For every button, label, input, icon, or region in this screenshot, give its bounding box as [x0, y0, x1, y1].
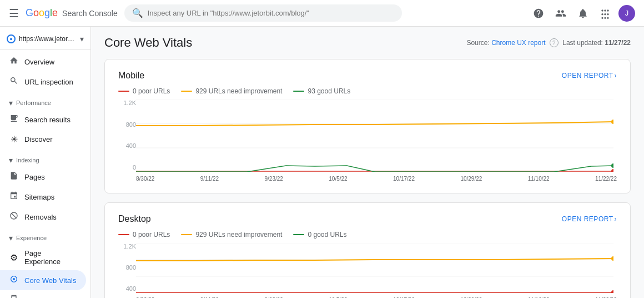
mobile-card: Mobile OPEN REPORT › 0 poor URLs 929 URL… [104, 59, 631, 193]
mobile-improvement-line [181, 91, 192, 92]
performance-section-label: Performance [16, 100, 51, 106]
search-input[interactable] [148, 9, 394, 17]
topbar: ☰ Google Search Console 🔍 J [0, 0, 644, 27]
page-title: Core Web Vitals [104, 36, 192, 50]
discover-icon: ✳ [9, 134, 19, 145]
mobile-open-report-button[interactable]: OPEN REPORT › [562, 72, 617, 80]
sidebar-section-experience[interactable]: ▾ Experience [0, 227, 90, 245]
removals-icon [9, 211, 19, 222]
desktop-legend-needs-improvement: 929 URLs need improvement [181, 231, 282, 239]
mobile-usability-icon [9, 295, 19, 298]
sidebar-item-sitemaps[interactable]: Sitemaps [0, 187, 86, 207]
desktop-legend: 0 poor URLs 929 URLs need improvement 0 … [118, 231, 617, 239]
indexing-chevron: ▾ [9, 156, 13, 165]
mobile-chart-wrapper: 1.2K 800 400 0 [118, 100, 617, 182]
mobile-chart-svg [136, 100, 613, 172]
desktop-legend-poor: 0 poor URLs [118, 231, 170, 239]
sidebar-pages-label: Pages [24, 173, 45, 181]
sidebar-page-experience-label: Page Experience [24, 249, 77, 266]
mobile-card-header: Mobile OPEN REPORT › [118, 71, 617, 81]
main-layout: ● https://www.jetorbit... ▾ Overview URL… [0, 27, 644, 298]
desktop-good-line [293, 234, 304, 235]
mobile-legend-poor: 0 poor URLs [118, 87, 170, 95]
sidebar-item-search-results[interactable]: Search results [0, 110, 86, 130]
menu-icon[interactable]: ☰ [9, 7, 19, 20]
desktop-y-labels: 1.2K 800 400 [118, 243, 136, 298]
sidebar-item-overview[interactable]: Overview [0, 52, 86, 72]
content-area: Core Web Vitals Source: Chrome UX report… [91, 27, 644, 298]
performance-chevron: ▾ [9, 98, 13, 107]
page-meta: Source: Chrome UX report ? Last updated:… [466, 38, 631, 47]
sidebar: ● https://www.jetorbit... ▾ Overview URL… [0, 27, 91, 298]
mobile-good-line [293, 91, 304, 92]
site-selector-chevron: ▾ [80, 34, 84, 43]
indexing-section-label: Indexing [16, 157, 39, 163]
search-results-icon [9, 114, 19, 125]
notifications-icon[interactable] [574, 4, 592, 22]
core-web-vitals-icon [9, 275, 19, 286]
help-icon[interactable] [530, 4, 547, 22]
sidebar-overview-label: Overview [24, 58, 54, 66]
sidebar-item-url-inspection[interactable]: URL inspection [0, 72, 86, 92]
sidebar-item-removals[interactable]: Removals [0, 207, 86, 227]
mobile-x-labels: 8/30/22 9/11/22 9/23/22 10/5/22 10/17/22… [136, 173, 617, 182]
svg-point-1 [13, 278, 15, 280]
mobile-card-title: Mobile [118, 71, 144, 81]
desktop-chart-wrapper: 1.2K 800 400 [118, 243, 617, 298]
sidebar-item-pages[interactable]: Pages [0, 167, 86, 187]
home-icon [9, 56, 19, 67]
page-header: Core Web Vitals Source: Chrome UX report… [91, 27, 644, 54]
sidebar-sitemaps-label: Sitemaps [24, 193, 54, 201]
page-experience-icon: ⚙ [9, 252, 19, 263]
apps-icon[interactable] [596, 4, 614, 22]
sidebar-removals-label: Removals [24, 213, 57, 221]
desktop-poor-line [118, 234, 129, 235]
sidebar-section-performance[interactable]: ▾ Performance [0, 92, 90, 110]
desktop-chart-right: 8/30/22 9/11/22 9/23/22 10/5/22 10/17/22… [136, 243, 617, 298]
svg-point-14 [611, 290, 613, 293]
mobile-legend-good: 93 good URLs [293, 87, 350, 95]
svg-point-8 [611, 163, 613, 168]
desktop-improvement-line [181, 234, 192, 235]
mobile-y-labels: 1.2K 800 400 0 [118, 100, 136, 182]
experience-chevron: ▾ [9, 234, 13, 242]
accounts-icon[interactable] [552, 4, 570, 22]
experience-section-label: Experience [16, 235, 47, 241]
source-link[interactable]: Chrome UX report [491, 39, 545, 47]
sidebar-item-discover[interactable]: ✳ Discover [0, 130, 86, 149]
sidebar-item-page-experience[interactable]: ⚙ Page Experience [0, 245, 86, 270]
desktop-open-report-button[interactable]: OPEN REPORT › [562, 215, 617, 223]
logo-text: Google [26, 7, 58, 19]
source-help-icon[interactable]: ? [550, 38, 559, 47]
sidebar-discover-label: Discover [24, 135, 53, 143]
source-label: Source: [466, 39, 489, 47]
sidebar-item-core-web-vitals[interactable]: Core Web Vitals [0, 270, 86, 290]
svg-point-7 [611, 169, 613, 172]
logo: Google Search Console [26, 7, 118, 19]
sidebar-section-indexing[interactable]: ▾ Indexing [0, 149, 90, 167]
last-updated-value: 11/27/22 [605, 39, 631, 47]
sidebar-search-results-label: Search results [24, 116, 71, 124]
desktop-chart-svg [136, 243, 613, 293]
sidebar-mobile-usability-label: Mobile Usability [24, 296, 75, 299]
desktop-card-title: Desktop [118, 214, 151, 224]
svg-point-13 [611, 256, 613, 261]
sitemaps-icon [9, 191, 19, 202]
mobile-chart-right: 8/30/22 9/11/22 9/23/22 10/5/22 10/17/22… [136, 100, 617, 182]
search-bar[interactable]: 🔍 [124, 4, 402, 22]
sidebar-item-mobile-usability[interactable]: Mobile Usability [0, 290, 86, 298]
topbar-actions: J [530, 4, 635, 22]
site-selector[interactable]: ● https://www.jetorbit... ▾ [0, 31, 90, 49]
sidebar-core-web-vitals-label: Core Web Vitals [24, 276, 76, 285]
site-url: https://www.jetorbit... [19, 35, 77, 43]
avatar[interactable]: J [618, 5, 635, 22]
last-updated-label: Last updated: [562, 39, 603, 47]
sidebar-url-inspection-label: URL inspection [24, 78, 73, 86]
mobile-legend: 0 poor URLs 929 URLs need improvement 93… [118, 87, 617, 95]
mobile-legend-needs-improvement: 929 URLs need improvement [181, 87, 282, 95]
pages-icon [9, 171, 19, 182]
desktop-card-header: Desktop OPEN REPORT › [118, 214, 617, 224]
product-name: Search Console [62, 9, 118, 18]
site-icon: ● [7, 34, 16, 43]
desktop-legend-good: 0 good URLs [293, 231, 346, 239]
